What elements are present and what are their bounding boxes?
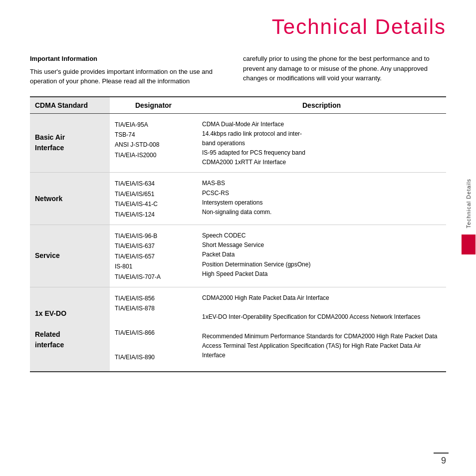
- description-basic-air: CDMA Dual-Mode Air Interface 14.4kbps ra…: [197, 113, 446, 173]
- standard-service: Service: [30, 225, 110, 287]
- table-row: Service TIA/EIA/IS-96-BTIA/EIA/IS-637TIA…: [30, 225, 446, 287]
- header-designator: Designator: [110, 97, 197, 114]
- designator-evdo: TIA/EIA/IS-856TIA/EIA/IS-878 TIA/EIA/IS-…: [110, 287, 197, 372]
- page-number: 9: [441, 456, 446, 466]
- intro-left: Important Information This user's guide …: [30, 54, 233, 86]
- description-evdo: CDMA2000 High Rate Packet Data Air Inter…: [197, 287, 446, 372]
- page-container: Technical Details Important Information …: [0, 0, 476, 476]
- table-row: Network TIA/EIA/IS-634TIA/EIA/IS/651TIA/…: [30, 173, 446, 225]
- header-standard: CDMA Standard: [30, 97, 110, 114]
- main-content: Important Information This user's guide …: [0, 49, 476, 377]
- standard-basic-air: Basic AirInterface: [30, 113, 110, 173]
- designator-network: TIA/EIA/IS-634TIA/EIA/IS/651TIA/EIA/IS-4…: [110, 173, 197, 225]
- intro-left-text: This user's guide provides important inf…: [30, 67, 233, 86]
- table-header-row: CDMA Standard Designator Description: [30, 97, 446, 114]
- standard-evdo: 1x EV-DORelatedinterface: [30, 287, 110, 372]
- table-row: Basic AirInterface TIA/EIA-95ATSB-74ANSI…: [30, 113, 446, 173]
- intro-title: Important Information: [30, 54, 233, 64]
- header-description: Description: [197, 97, 446, 114]
- designator-basic-air: TIA/EIA-95ATSB-74ANSI J-STD-008TIA/EIA-I…: [110, 113, 197, 173]
- intro-section: Important Information This user's guide …: [30, 54, 446, 86]
- standard-network: Network: [30, 173, 110, 225]
- bottom-line: [434, 453, 449, 454]
- side-tab: Technical Details: [461, 175, 476, 264]
- description-service: Speech CODECShort Message ServicePacket …: [197, 225, 446, 287]
- page-title: Technical Details: [0, 0, 476, 49]
- side-tab-bar: [462, 235, 476, 254]
- tech-table: CDMA Standard Designator Description Bas…: [30, 96, 446, 373]
- intro-right: carefully prior to using the phone for t…: [243, 54, 446, 86]
- table-row: 1x EV-DORelatedinterface TIA/EIA/IS-856T…: [30, 287, 446, 372]
- designator-service: TIA/EIA/IS-96-BTIA/EIA/IS-637TIA/EIA/IS-…: [110, 225, 197, 287]
- description-network: MAS-BSPCSC-RSIntersystem operationsNon-s…: [197, 173, 446, 225]
- side-tab-label: Technical Details: [466, 175, 472, 233]
